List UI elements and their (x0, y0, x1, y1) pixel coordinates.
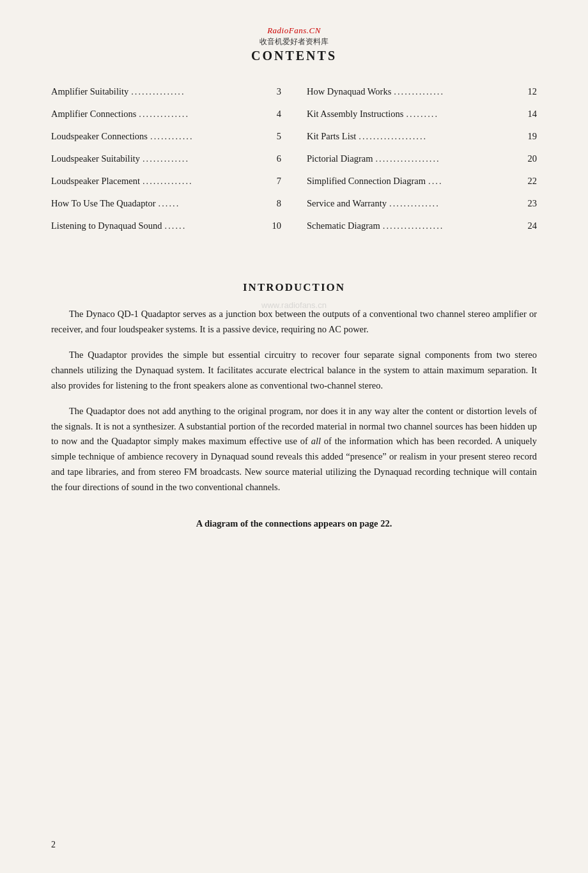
toc-item: Kit Assembly Instructions ......... 14 (307, 109, 537, 120)
toc-item: Service and Warranty .............. 23 (307, 198, 537, 209)
toc-item: How To Use The Quadaptor ...... 8 (51, 198, 281, 209)
intro-paragraph-2: The Quadaptor provides the simple but es… (51, 348, 537, 394)
diagram-note: A diagram of the connections appears on … (51, 518, 537, 529)
radiofans-label: RadioFans.CN (51, 26, 537, 36)
intro-paragraph-3: The Quadaptor does not add anything to t… (51, 404, 537, 496)
page-number: 2 (51, 840, 56, 850)
toc-item: Amplifier Suitability ............... 3 (51, 86, 281, 97)
intro-paragraph-1: The Dynaco QD-1 Quadaptor serves as a ju… (51, 307, 537, 337)
table-of-contents: Amplifier Suitability ............... 3 … (51, 86, 537, 243)
subtitle-label: 收音机爱好者资料库 (51, 36, 537, 47)
toc-item: Amplifier Connections .............. 4 (51, 109, 281, 120)
toc-item: Kit Parts List ................... 19 (307, 131, 537, 142)
toc-item: Schematic Diagram ................. 24 (307, 220, 537, 231)
toc-item: Pictorial Diagram .................. 20 (307, 153, 537, 164)
toc-item: Simplified Connection Diagram .... 22 (307, 176, 537, 187)
page-title: CONTENTS (51, 49, 537, 63)
toc-right-column: How Dynaquad Works .............. 12 Kit… (307, 86, 537, 243)
toc-item: Listening to Dynaquad Sound ...... 10 (51, 220, 281, 231)
introduction-title: INTRODUCTION (51, 281, 537, 294)
toc-left-column: Amplifier Suitability ............... 3 … (51, 86, 281, 243)
introduction-section: INTRODUCTION The Dynaco QD-1 Quadaptor s… (51, 281, 537, 529)
toc-item: Loudspeaker Connections ............ 5 (51, 131, 281, 142)
header: RadioFans.CN 收音机爱好者资料库 CONTENTS (51, 26, 537, 63)
toc-item: Loudspeaker Suitability ............. 6 (51, 153, 281, 164)
toc-item: Loudspeaker Placement .............. 7 (51, 176, 281, 187)
toc-item: How Dynaquad Works .............. 12 (307, 86, 537, 97)
italic-word: all (311, 436, 321, 446)
